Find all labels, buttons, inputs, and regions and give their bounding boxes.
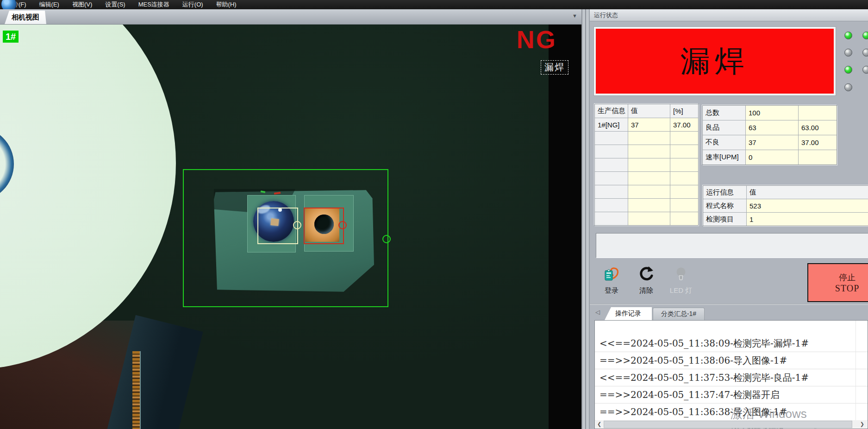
prod-empty-cell — [670, 158, 698, 171]
prod-empty-cell — [595, 145, 628, 158]
menu-edit[interactable]: 编辑(E) — [33, 0, 66, 9]
defect-tag: 漏焊 — [541, 60, 568, 75]
prod-header-info: 生产信息 — [595, 104, 628, 118]
stats-table: 总数 100 良品 63 63.00 不良 37 37.00 速率[UPM] 0 — [702, 105, 837, 165]
run-header-info: 运行信息 — [703, 186, 746, 199]
tab-classification-summary[interactable]: 分类汇总-1# — [653, 308, 705, 320]
prod-row-percent: 37.00 — [670, 118, 698, 131]
prod-empty-cell — [628, 145, 670, 158]
prod-empty-cell — [595, 132, 628, 145]
run-program-value: 523 — [747, 199, 868, 212]
prod-empty-cell — [670, 172, 698, 185]
prod-empty-cell — [628, 212, 670, 225]
prod-row-value: 37 — [628, 118, 670, 131]
led-light-button[interactable]: LED 灯 — [666, 266, 696, 295]
run-header-value: 值 — [747, 186, 868, 199]
clear-refresh-icon — [637, 266, 655, 284]
run-info-table: 运行信息 值 程式名称 523 检测项目 1 — [703, 185, 868, 226]
run-items-value: 1 — [747, 213, 868, 226]
result-banner: 漏焊 — [596, 29, 834, 94]
prod-empty-cell — [628, 185, 670, 198]
led-bulb-icon — [672, 266, 690, 284]
indicator-lamp — [862, 66, 868, 74]
prod-empty-cell — [670, 199, 698, 212]
indicator-lamp — [844, 83, 852, 91]
stats-rate-value: 0 — [746, 150, 798, 164]
activate-windows-watermark: 激活 Windows — [731, 406, 807, 422]
log-entry: <<==2024-05-05_11:37:53-检测完毕-良品-1# — [595, 369, 868, 386]
menu-help[interactable]: 帮助(H) — [210, 0, 243, 9]
tab-scroll-left-icon[interactable]: ◁ — [595, 309, 600, 315]
indicator-lamp — [862, 49, 868, 57]
indicator-lamp — [844, 49, 852, 57]
stats-good-label: 良品 — [703, 120, 745, 135]
status-panel-title-text: 运行状态 — [594, 11, 618, 19]
prod-header-value: 值 — [628, 104, 670, 118]
stats-total-label: 总数 — [703, 106, 745, 120]
horizontal-scrollbar[interactable]: ❮ ❯ — [595, 420, 867, 428]
prod-empty-cell — [670, 185, 698, 198]
camera-view[interactable]: 1# NG 漏焊 — [0, 24, 581, 429]
menu-bar: 文件(F) 编辑(E) 视图(V) 设置(S) MES连接器 运行(O) 帮助(… — [0, 0, 868, 9]
section-divider — [590, 304, 868, 305]
run-items-label: 检测项目 — [703, 213, 746, 226]
clear-button[interactable]: 清除 — [631, 266, 662, 295]
scroll-left-icon[interactable]: ❮ — [597, 421, 601, 428]
menu-settings[interactable]: 设置(S) — [99, 0, 131, 9]
component-pin-strip — [132, 351, 141, 429]
camera-id-badge: 1# — [3, 31, 19, 43]
stats-good-percent: 63.00 — [799, 120, 837, 135]
result-banner-frame: 漏焊 — [594, 27, 836, 95]
app-logo-icon[interactable] — [1, 0, 17, 9]
stats-ng-value: 37 — [746, 135, 798, 150]
status-panel-title: 运行状态 — [590, 9, 868, 21]
production-table: 生产信息 值 [%] 1#[NG] 37 37.00 — [594, 104, 699, 226]
indicator-lamp — [862, 32, 868, 39]
stats-total-percent — [799, 106, 837, 120]
prod-empty-cell — [628, 158, 670, 171]
stop-button[interactable]: 停止 STOP — [807, 263, 868, 302]
prod-empty-cell — [670, 212, 698, 225]
prod-empty-cell — [595, 158, 628, 171]
stats-ng-label: 不良 — [703, 135, 745, 150]
prod-row-label: 1#[NG] — [595, 118, 628, 131]
log-entry: ==>>2024-05-05_11:37:47-检测器开启 — [595, 386, 868, 404]
log-column-divider — [856, 321, 856, 421]
stats-good-value: 63 — [746, 120, 798, 135]
status-message-box — [596, 233, 868, 258]
run-program-label: 程式名称 — [703, 199, 746, 212]
clear-button-label: 清除 — [639, 286, 653, 295]
camera-black-band — [549, 24, 581, 429]
chevron-down-icon[interactable]: ▼ — [572, 13, 577, 19]
stats-total-value: 100 — [746, 106, 798, 120]
login-button[interactable]: 登录 — [596, 266, 627, 295]
indicator-lamp — [844, 66, 852, 74]
prod-empty-cell — [628, 199, 670, 212]
camera-tab-strip: 相机视图 ▼ — [0, 9, 581, 25]
login-badge-icon — [603, 266, 620, 284]
panel-splitter[interactable] — [581, 9, 590, 429]
tab-operation-log[interactable]: 操作记录 — [605, 307, 652, 320]
stop-button-label-cn: 停止 — [808, 272, 868, 283]
prod-empty-cell — [595, 185, 628, 198]
menu-view[interactable]: 视图(V) — [66, 0, 99, 9]
stop-button-label-en: STOP — [808, 283, 868, 294]
scroll-right-icon[interactable]: ❯ — [860, 421, 864, 428]
prod-empty-cell — [670, 132, 698, 145]
stats-rate-label: 速率[UPM] — [703, 150, 745, 164]
scrollbar-thumb[interactable] — [604, 421, 852, 428]
result-label: NG — [517, 25, 557, 54]
inspection-disc — [0, 24, 176, 370]
stats-rate-percent — [799, 150, 837, 164]
log-entry: ==>>2024-05-05_11:38:06-导入图像-1# — [595, 352, 868, 369]
indicator-lamp — [844, 32, 852, 39]
menu-mes-connector[interactable]: MES连接器 — [132, 0, 176, 9]
prod-empty-cell — [595, 172, 628, 185]
prod-empty-cell — [628, 172, 670, 185]
login-button-label: 登录 — [605, 286, 618, 295]
prod-empty-cell — [595, 199, 628, 212]
prod-empty-cell — [595, 212, 628, 225]
prod-empty-cell — [670, 145, 698, 158]
menu-run[interactable]: 运行(O) — [176, 0, 210, 9]
tab-camera-view[interactable]: 相机视图 — [5, 11, 46, 24]
